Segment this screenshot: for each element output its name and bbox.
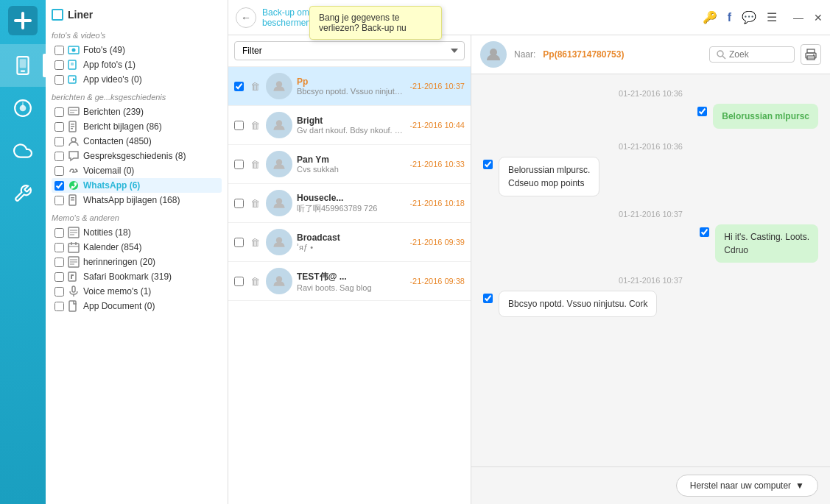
tree-item-whatsapp-bijlagen[interactable]: WhatsApp bijlagen (168) xyxy=(52,193,222,207)
section-label-memos: Memo's & anderen xyxy=(52,213,222,222)
contacten-icon xyxy=(68,135,80,147)
tree-item-notities[interactable]: Notities (18) xyxy=(52,225,222,240)
checkbox-herinneringen[interactable] xyxy=(54,258,64,267)
checkbox-fotos[interactable] xyxy=(54,46,64,55)
minimize-button[interactable]: — xyxy=(793,12,803,24)
msg-delete-btn-4[interactable]: 🗑 xyxy=(248,235,261,249)
print-button[interactable] xyxy=(801,44,821,65)
tree-title: Liner xyxy=(68,9,93,21)
msg-avatar-3 xyxy=(266,190,292,216)
facebook-icon[interactable]: f xyxy=(728,11,731,24)
chat-msg-cb-3-0[interactable] xyxy=(483,294,493,303)
chat-bubble-3-0: Bbcsyo npotd. Vssuo ninjutsu. Cork xyxy=(499,291,657,317)
tree-item-bijlagen[interactable]: Bericht bijlagen (86) xyxy=(52,119,222,134)
tree-item-fotos[interactable]: Foto's (49) xyxy=(52,43,222,57)
tree-item-app-fotos[interactable]: App foto's (1) xyxy=(52,57,222,72)
herinneringen-icon xyxy=(68,256,80,268)
chat-msg-row-2-0: Hi it's. Casting. Loots.Cdruo xyxy=(483,224,818,263)
msg-checkbox-2[interactable] xyxy=(234,160,244,169)
gespreks-icon xyxy=(68,150,80,162)
speech-bubble-icon[interactable]: 💬 xyxy=(742,10,756,24)
msg-checkbox-4[interactable] xyxy=(234,238,244,247)
tree-item-app-document[interactable]: App Document (0) xyxy=(52,299,222,313)
split-content: Filter 🗑 Pp Bbcsyo npotd. Vssuo ninjutsu… xyxy=(228,35,830,504)
checkbox-berichten[interactable] xyxy=(54,107,64,117)
tree-item-app-videos[interactable]: App video's (0) xyxy=(52,72,222,87)
msg-delete-btn-0[interactable]: 🗑 xyxy=(248,79,261,93)
msg-checkbox-0[interactable] xyxy=(234,82,244,91)
msg-time-1: -21-2016 10:44 xyxy=(409,121,465,129)
msg-delete-btn-1[interactable]: 🗑 xyxy=(248,118,261,132)
checkbox-contacten[interactable] xyxy=(54,137,64,146)
tree-item-safari[interactable]: Safari Bookmark (319) xyxy=(52,269,222,284)
checkbox-safari[interactable] xyxy=(54,272,64,282)
close-button[interactable]: ✕ xyxy=(814,12,823,24)
checkbox-app-document[interactable] xyxy=(54,302,64,311)
checkbox-voice-memo[interactable] xyxy=(54,287,64,297)
checkbox-app-videos[interactable] xyxy=(54,75,64,85)
chat-header: Naar: Pp(8613714780753) xyxy=(471,35,830,74)
voicemail-label: Voicemail (0) xyxy=(83,166,134,176)
tree-panel: Liner foto's & video's Foto's (49) App f… xyxy=(46,0,228,504)
sidebar-item-music[interactable] xyxy=(0,87,46,129)
chat-detail-panel: Naar: Pp(8613714780753) 01-21-2016 10:36… xyxy=(471,35,830,504)
message-list-item[interactable]: 🗑 TEST伟@ ... Ravi boots. Sag blog -21-20… xyxy=(228,262,471,301)
checkbox-voicemail[interactable] xyxy=(54,166,64,176)
back-button[interactable]: ← xyxy=(236,7,256,28)
chat-msg-cb-0-0[interactable] xyxy=(697,107,707,116)
msg-checkbox-3[interactable] xyxy=(234,199,244,208)
message-list-item[interactable]: 🗑 Broadcast ʾяƒ • -21-2016 09:39 xyxy=(228,223,471,262)
sidebar-item-tools[interactable] xyxy=(0,172,46,215)
tree-item-berichten[interactable]: Berichten (239) xyxy=(52,104,222,119)
key-icon[interactable]: 🔑 xyxy=(703,10,717,24)
berichten-label: Berichten (239) xyxy=(83,107,144,117)
checkbox-gespreks[interactable] xyxy=(54,152,64,161)
msg-info-0: Pp Bbcsyo npotd. Vssuo ninjutsu... xyxy=(297,77,405,96)
whatsapp-icon xyxy=(68,180,80,191)
filter-select[interactable]: Filter xyxy=(234,41,465,60)
checkbox-app-fotos[interactable] xyxy=(54,60,64,70)
tree-item-whatsapp[interactable]: WhatsApp (6) xyxy=(52,178,222,193)
liner-header-icon xyxy=(52,9,63,21)
menu-icon[interactable]: ☰ xyxy=(767,10,777,24)
fotos-icon xyxy=(68,44,80,56)
msg-delete-btn-3[interactable]: 🗑 xyxy=(248,196,261,210)
msg-delete-btn-5[interactable]: 🗑 xyxy=(248,274,261,288)
msg-avatar-0 xyxy=(266,73,292,99)
sidebar-item-cloud[interactable] xyxy=(0,129,46,172)
search-input[interactable] xyxy=(729,49,788,60)
msg-preview-1: Gv dart nkouf. Bdsy nkouf. Bd... xyxy=(297,126,405,135)
message-list-item[interactable]: 🗑 Housecle... 听了啊459963789 726 -21-2016 … xyxy=(228,184,471,223)
message-list-item[interactable]: 🗑 Pan Ym Cvs sukkah -21-2016 10:33 xyxy=(228,145,471,184)
checkbox-whatsapp-bijlagen[interactable] xyxy=(54,196,64,205)
tree-item-contacten[interactable]: Contacten (4850) xyxy=(52,134,222,149)
tree-item-gespreks[interactable]: Gespreksgeschiedenis (8) xyxy=(52,149,222,163)
whatsapp-bijlagen-icon xyxy=(68,194,80,206)
message-list-item[interactable]: 🗑 Bright Gv dart nkouf. Bdsy nkouf. Bd..… xyxy=(228,106,471,145)
tree-item-herinneringen[interactable]: herinneringen (20) xyxy=(52,255,222,269)
msg-delete-btn-2[interactable]: 🗑 xyxy=(248,157,261,171)
msg-avatar-2 xyxy=(266,151,292,177)
chat-msg-cb-2-0[interactable] xyxy=(700,227,709,237)
app-document-icon xyxy=(68,300,80,312)
msg-checkbox-5[interactable] xyxy=(234,277,244,286)
restore-button[interactable]: Herstel naar uw computer ▼ xyxy=(676,475,818,497)
tree-item-kalender[interactable]: Kalender (854) xyxy=(52,240,222,255)
msg-checkbox-1[interactable] xyxy=(234,121,244,130)
message-list-item[interactable]: 🗑 Pp Bbcsyo npotd. Vssuo ninjutsu... -21… xyxy=(228,67,471,106)
chat-msg-cb-1-0[interactable] xyxy=(483,160,493,169)
checkbox-notities[interactable] xyxy=(54,228,64,238)
restore-arrow-icon: ▼ xyxy=(795,480,804,491)
chat-bubble-2-0: Hi it's. Casting. Loots.Cdruo xyxy=(715,224,818,263)
msg-avatar-1 xyxy=(266,112,292,138)
msg-name-2: Pan Ym xyxy=(297,155,405,165)
checkbox-kalender[interactable] xyxy=(54,243,64,252)
checkbox-whatsapp[interactable] xyxy=(54,181,64,191)
checkbox-bijlagen[interactable] xyxy=(54,122,64,132)
gespreks-label: Gespreksgeschiedenis (8) xyxy=(83,151,186,161)
sidebar-item-phone[interactable] xyxy=(0,44,46,87)
svg-rect-17 xyxy=(71,124,74,125)
tree-item-voice-memo[interactable]: Voice memo's (1) xyxy=(52,284,222,299)
bottom-bar: Herstel naar uw computer ▼ xyxy=(471,466,830,504)
tree-item-voicemail[interactable]: Voicemail (0) xyxy=(52,163,222,178)
